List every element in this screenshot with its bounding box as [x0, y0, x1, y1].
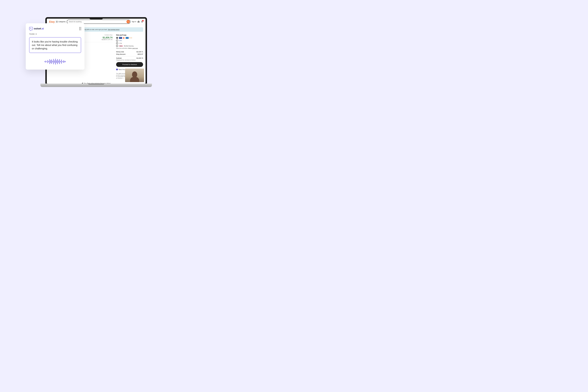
signin-link[interactable]: Sign in — [132, 21, 136, 22]
gpay-icon: G Pay — [119, 42, 122, 44]
categories-label: Categories — [58, 21, 66, 22]
item-original-price: $2,029.71 (10% off) — [102, 39, 112, 40]
outset-logo-icon — [29, 27, 33, 30]
search-input[interactable] — [69, 21, 126, 22]
categories-menu[interactable]: Categories — [56, 21, 66, 22]
pay-title: How you'll pay — [116, 34, 143, 36]
svg-point-3 — [142, 22, 143, 23]
svg-point-0 — [128, 21, 128, 22]
search-icon — [127, 21, 129, 22]
radio-unselected[interactable] — [116, 42, 118, 44]
coupon-icon: ✓ — [116, 68, 118, 70]
shipping-note: Shipping and tax calculated at checkout — [116, 60, 143, 61]
visa-icon: VISA — [119, 37, 122, 39]
task-prompt: It looks like you're having trouble chec… — [29, 37, 81, 53]
search-button[interactable] — [126, 20, 130, 23]
etsy-logo[interactable]: Etsy — [49, 20, 55, 24]
svg-point-2 — [142, 22, 142, 23]
cart-badge: 1 — [142, 20, 144, 22]
program-terms-link[interactable]: See program terms — [108, 29, 120, 30]
item-price-block: Contact shop $1,826.74 $2,029.71 (10% of… — [102, 34, 112, 40]
pay-option-paypal[interactable]: PayPal — [116, 40, 143, 42]
discover-icon: DISCOVER — [129, 37, 132, 39]
search-bar[interactable] — [67, 20, 130, 24]
mastercard-icon — [122, 37, 125, 39]
laptop-notch — [90, 17, 103, 19]
radio-unselected[interactable] — [116, 40, 118, 42]
item-price: $1,826.74 — [102, 36, 112, 39]
laptop-base — [40, 84, 152, 87]
monthly-financing-label: Monthly financing — [124, 45, 134, 47]
contact-shop-link[interactable]: Contact shop — [102, 34, 112, 36]
proceed-checkout-button[interactable]: Proceed to checkout — [116, 62, 143, 67]
order-totals: Item(s) total$2,029.71 Shop discount-$20… — [116, 50, 143, 61]
video-call-overlay[interactable] — [125, 68, 144, 82]
hamburger-icon — [56, 21, 58, 22]
radio-unselected[interactable] — [116, 45, 118, 47]
gift-icon[interactable] — [138, 20, 140, 23]
payment-options: How you'll pay VISA DISCOVER — [116, 34, 143, 49]
participant-avatar — [129, 70, 140, 82]
pay-option-klarna[interactable]: Klarna. Monthly financing — [116, 45, 143, 47]
card-logos: VISA DISCOVER — [119, 37, 132, 39]
outset-task-card[interactable]: outset.ai TASK 3 It looks like you're ha… — [26, 23, 84, 70]
radio-selected[interactable] — [116, 37, 118, 39]
subtotal-row: Subtotal$1,826.74 — [116, 56, 143, 60]
klarna-icon: Klarna. — [119, 46, 123, 46]
items-total-row: Item(s) total$2,029.71 — [116, 50, 143, 53]
shop-discount-row: Shop discount-$202.97 — [116, 53, 143, 56]
audio-waveform-icon — [29, 58, 81, 65]
cart-icon[interactable]: 1 — [141, 20, 143, 23]
paypal-icon: PayPal — [119, 40, 122, 42]
outset-logo: outset.ai — [29, 27, 44, 30]
outset-header: outset.ai — [29, 27, 81, 30]
leaf-icon — [82, 82, 83, 84]
task-label: TASK 3 — [29, 33, 81, 35]
pay-option-cards[interactable]: VISA DISCOVER — [116, 37, 143, 39]
klarna-learn-more-link[interactable]: Learn more — [132, 48, 138, 49]
amex-icon — [126, 37, 128, 39]
outset-wordmark: outset.ai — [34, 27, 44, 30]
carbon-offset-note: Etsy offsets carbon emissions from every… — [47, 82, 146, 84]
pay-option-gpay[interactable]: G Pay — [116, 42, 143, 44]
klarna-terms: Pay as low as $119/mo. Klarna. Learn mor… — [116, 48, 143, 49]
drag-handle-icon[interactable] — [79, 27, 81, 30]
